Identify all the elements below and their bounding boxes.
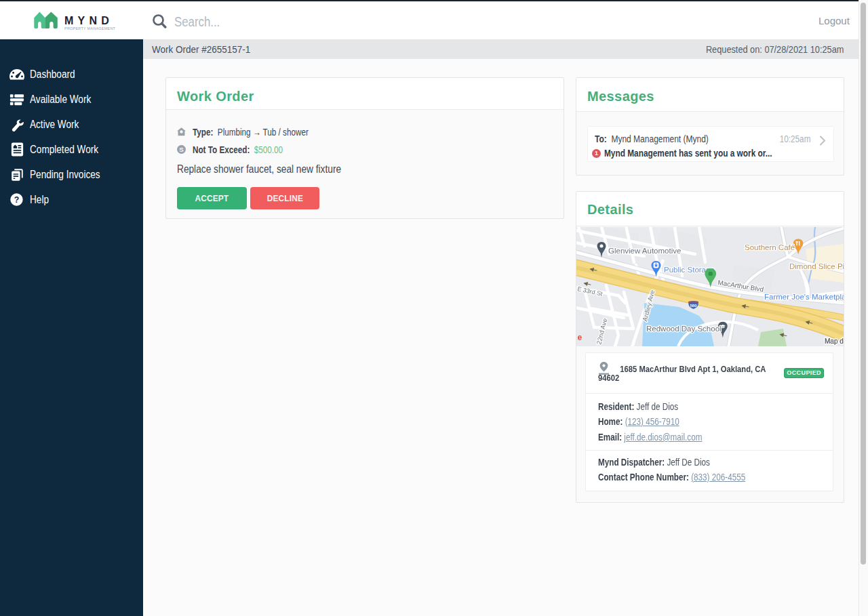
svg-text:e: e (578, 333, 583, 342)
svg-text:Redwood Day School: Redwood Day School (646, 325, 722, 333)
svg-text:?: ? (14, 195, 19, 205)
svg-text:580: 580 (690, 304, 698, 308)
svg-text:Southern Café: Southern Café (745, 243, 795, 251)
svg-text:Glenview Automotive: Glenview Automotive (608, 247, 681, 255)
svg-text:Map d: Map d (825, 337, 844, 345)
svg-text:Dimond Slice Pi: Dimond Slice Pi (789, 262, 844, 270)
svg-text:S: S (179, 146, 184, 153)
svg-text:Farmer Joe's Marketpla: Farmer Joe's Marketpla (764, 293, 844, 301)
